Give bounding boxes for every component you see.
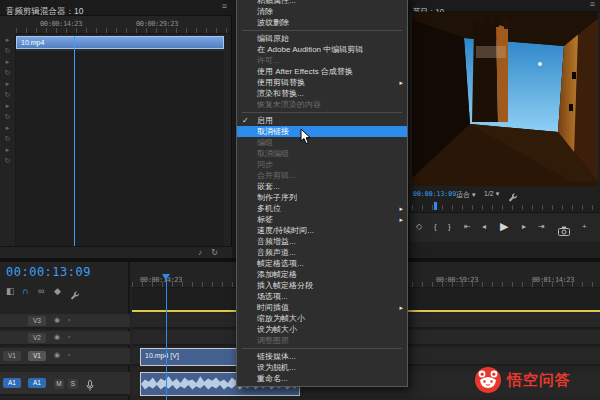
track-lock-icon[interactable]: ▫: [68, 351, 70, 358]
program-mini-ruler[interactable]: [412, 202, 598, 210]
menu-item-label[interactable]: 标签▸: [237, 214, 407, 225]
menu-item-label: 链接媒体...: [257, 352, 296, 361]
menu-item-field-options[interactable]: 场选项...: [237, 291, 407, 302]
button-editor-plus-button[interactable]: +: [582, 222, 587, 231]
menu-item-unlink[interactable]: 取消链接: [237, 126, 407, 137]
menu-item-frame-hold-options[interactable]: 帧定格选项...: [237, 258, 407, 269]
track-name-badge[interactable]: V1: [28, 351, 46, 361]
automation-icon[interactable]: ↻: [0, 111, 15, 122]
audio-mixer-tab[interactable]: 音频剪辑混合器：10: [0, 3, 83, 19]
go-to-in-button[interactable]: ⇤: [464, 222, 471, 231]
mute-button[interactable]: M: [54, 379, 64, 389]
step-back-button[interactable]: ◂: [482, 222, 486, 231]
menu-item-edit-original[interactable]: 编辑原始: [237, 33, 407, 44]
source-patch-badge[interactable]: A1: [3, 378, 21, 388]
menu-item-label: 波纹删除: [257, 18, 289, 27]
menu-item-label: 编辑原始: [257, 34, 289, 43]
menu-item-clear[interactable]: 清除: [237, 6, 407, 17]
mark-in-button[interactable]: {: [434, 222, 437, 231]
track-lock-icon[interactable]: ▫: [68, 333, 70, 340]
menu-item-label: 设为脱机...: [257, 363, 296, 372]
snap-magnet-icon[interactable]: ∩: [22, 286, 28, 296]
add-marker-button[interactable]: ◇: [416, 222, 422, 231]
play-button[interactable]: ▶: [500, 220, 508, 233]
menu-item-audio-channels[interactable]: 音频声道...: [237, 247, 407, 258]
play-audio-icon[interactable]: ♪: [198, 248, 202, 257]
menu-item-replace-with-clip[interactable]: 使用剪辑替换▸: [237, 77, 407, 88]
menu-item-set-to-frame-size[interactable]: 设为帧大小: [237, 324, 407, 335]
timeline-settings-wrench-icon[interactable]: [70, 287, 80, 305]
menu-item-link-media[interactable]: 链接媒体...: [237, 351, 407, 362]
menu-item-ripple-delete[interactable]: 波纹删除: [237, 17, 407, 28]
menu-item-edit-in-audition[interactable]: 在 Adobe Audition 中编辑剪辑: [237, 44, 407, 55]
menu-item-insert-frame-hold-segment[interactable]: 插入帧定格分段: [237, 280, 407, 291]
automation-icon[interactable]: ↻: [0, 155, 15, 166]
menu-item-add-frame-hold[interactable]: 添加帧定格: [237, 269, 407, 280]
collapse-arrow-icon[interactable]: ▸: [0, 56, 15, 67]
track-name-badge[interactable]: V3: [28, 316, 46, 326]
playback-resolution-dropdown[interactable]: 1/2 ▾: [484, 190, 499, 198]
mixer-time-ruler[interactable]: 00:00:14:23 00:00:29:23: [16, 18, 232, 34]
menu-item-multi-camera[interactable]: 多机位▸: [237, 203, 407, 214]
check-icon: ✓: [242, 115, 254, 126]
timeline-playhead[interactable]: [166, 274, 167, 400]
zoom-fit-dropdown[interactable]: 适合 ▾: [456, 190, 475, 200]
mixer-clip[interactable]: 10.mp4: [16, 36, 224, 49]
panel-menu-icon[interactable]: ≡: [590, 0, 595, 9]
automation-icon[interactable]: ↻: [0, 89, 15, 100]
step-forward-button[interactable]: ▸: [522, 222, 526, 231]
mixer-playhead[interactable]: [74, 36, 75, 246]
export-frame-camera-button[interactable]: [558, 222, 570, 240]
menu-item-render-and-replace[interactable]: 渲染和替换...: [237, 88, 407, 99]
collapse-arrow-icon[interactable]: ▸: [0, 78, 15, 89]
menu-item-label: 重命名...: [257, 374, 288, 383]
toggle-track-output-icon[interactable]: ◉: [54, 316, 60, 324]
menu-item-make-subsequence[interactable]: 制作子序列: [237, 192, 407, 203]
timeline-timecode[interactable]: 00:00:13:09: [6, 265, 91, 279]
source-patch-badge[interactable]: V1: [3, 351, 21, 361]
automation-icon[interactable]: ↻: [0, 133, 15, 144]
menu-item-time-interpolation[interactable]: 时间插值▸: [237, 302, 407, 313]
menu-item-label: 许可...: [257, 56, 280, 65]
solo-button[interactable]: S: [68, 379, 78, 389]
menu-separator: [242, 348, 402, 349]
menu-item-nest[interactable]: 嵌套...: [237, 181, 407, 192]
menu-item-rename[interactable]: 重命名...: [237, 373, 407, 384]
automation-icon[interactable]: ↻: [0, 45, 15, 56]
automation-icon[interactable]: ↻: [0, 67, 15, 78]
collapse-arrow-icon[interactable]: ▸: [0, 100, 15, 111]
menu-item-make-offline[interactable]: 设为脱机...: [237, 362, 407, 373]
track-header-v3[interactable]: V3 ◉ ▫: [0, 314, 130, 329]
collapse-arrow-icon[interactable]: ▸: [0, 144, 15, 155]
track-name-badge[interactable]: A1: [28, 378, 46, 388]
audio-clip-mixer-panel: 音频剪辑混合器：10 ≡ 00:00:14:23 00:00:29:23 10.…: [0, 0, 232, 258]
voiceover-record-mic-icon[interactable]: [86, 378, 94, 396]
collapse-arrow-icon[interactable]: ▸: [0, 122, 15, 133]
add-marker-icon[interactable]: ◆: [54, 286, 61, 296]
track-lock-icon[interactable]: ▫: [68, 316, 70, 323]
mark-out-button[interactable]: }: [448, 222, 451, 231]
track-header-a1[interactable]: A1 A1 M S: [0, 372, 130, 396]
collapse-arrow-icon[interactable]: ▸: [0, 34, 15, 45]
nest-toggle-icon[interactable]: ◧: [6, 286, 15, 296]
toggle-track-output-icon[interactable]: ◉: [54, 351, 60, 359]
toggle-track-output-icon[interactable]: ◉: [54, 333, 60, 341]
menu-item-enable[interactable]: ✓启用: [237, 115, 407, 126]
menu-item-speed-duration[interactable]: 速度/持续时间...: [237, 225, 407, 236]
loop-playback-icon[interactable]: ↻: [211, 248, 218, 257]
mixer-track-body: [16, 50, 224, 246]
menu-item-audio-gain[interactable]: 音频增益...: [237, 236, 407, 247]
menu-item-merge-clips: 合并剪辑...: [237, 170, 407, 181]
panel-menu-icon[interactable]: ≡: [222, 1, 227, 11]
menu-item-label: 嵌套...: [257, 182, 280, 191]
program-playhead[interactable]: [434, 202, 437, 210]
program-video-frame[interactable]: [412, 12, 598, 186]
track-name-badge[interactable]: V2: [28, 333, 46, 343]
menu-item-replace-with-ae-comp[interactable]: 使用 After Effects 合成替换: [237, 66, 407, 77]
menu-item-scale-to-frame-size[interactable]: 缩放为帧大小: [237, 313, 407, 324]
linked-selection-icon[interactable]: ∞: [38, 286, 44, 296]
track-header-v1[interactable]: V1 V1 ◉ ▫: [0, 348, 130, 366]
mixer-left-column: ▸↻▸↻▸↻▸↻▸↻▸↻: [0, 34, 16, 246]
go-to-out-button[interactable]: ⇥: [538, 222, 545, 231]
track-header-v2[interactable]: V2 ◉ ▫: [0, 331, 130, 346]
